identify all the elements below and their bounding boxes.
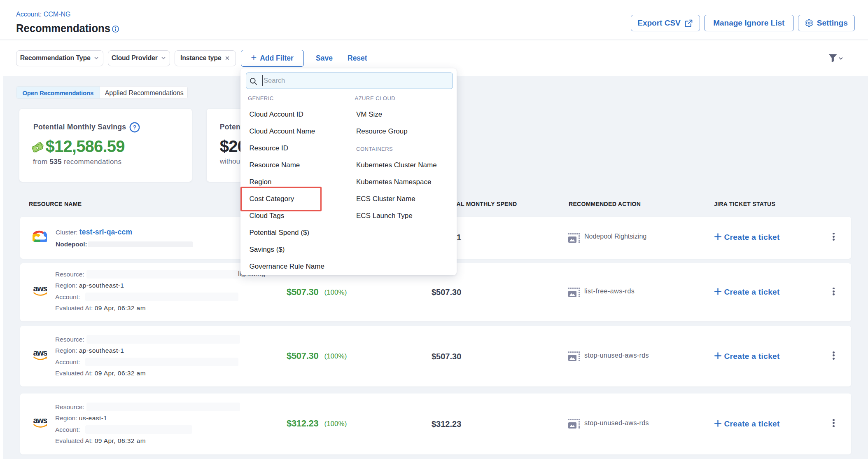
svg-text:?: ?	[133, 124, 136, 131]
svg-text:aws: aws	[33, 285, 47, 293]
svg-text:aws: aws	[33, 417, 47, 425]
svg-text:aws: aws	[33, 349, 47, 357]
